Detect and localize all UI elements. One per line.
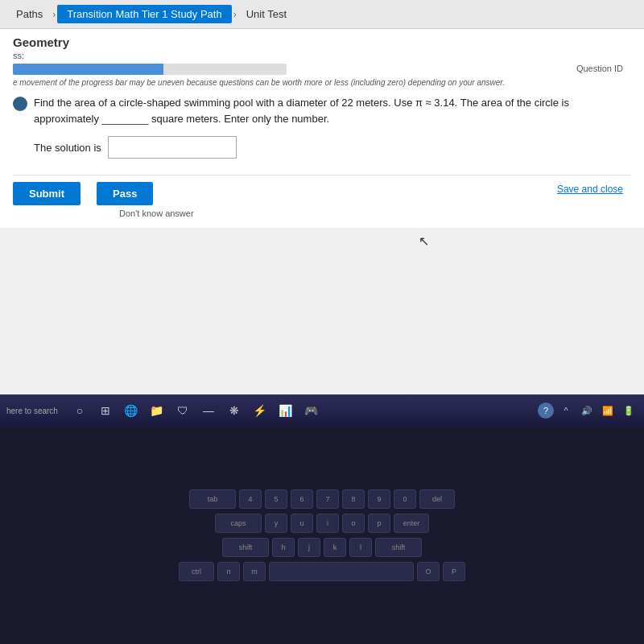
taskbar-right: ? ^ 🔊 📶 🔋 (538, 402, 638, 419)
taskbar-battery-icon[interactable]: 🔋 (620, 402, 638, 419)
taskbar-network-icon[interactable]: 📶 (599, 402, 617, 419)
submit-button[interactable]: Submit (13, 182, 80, 205)
breadcrumb-paths[interactable]: Paths (8, 5, 51, 23)
key-shift-right[interactable]: shift (375, 538, 422, 557)
solution-label: The solution is (34, 142, 101, 154)
key-7[interactable]: 7 (316, 489, 339, 509)
breadcrumb-unit-test[interactable]: Unit Test (238, 5, 295, 23)
key-l[interactable]: l (349, 538, 372, 557)
question-icon (13, 97, 27, 111)
progress-area: Question ID (13, 64, 631, 75)
key-del[interactable]: del (419, 489, 455, 509)
question-id-label: Question ID (576, 64, 623, 73)
keyboard-row-1: tab 4 5 6 7 8 9 0 del (189, 489, 455, 509)
key-tab[interactable]: tab (189, 489, 236, 509)
key-ctrl[interactable]: ctrl (179, 562, 214, 581)
taskbar: here to search ○ ⊞ 🌐 📁 🛡 — ❋ ⚡ 📊 🎮 ? ^ 🔊… (0, 394, 644, 427)
key-big-p[interactable]: P (443, 562, 465, 581)
key-space[interactable] (269, 562, 414, 581)
save-close-link[interactable]: Save and close (557, 184, 623, 195)
keyboard-row-4: ctrl n m O P (179, 562, 465, 581)
key-6[interactable]: 6 (291, 489, 313, 509)
key-enter[interactable]: enter (394, 514, 429, 533)
subject-title: Geometry (13, 35, 631, 49)
keyboard-area: tab 4 5 6 7 8 9 0 del caps y u i o p ent… (0, 427, 644, 644)
taskbar-icon-game[interactable]: 🎮 (301, 400, 322, 421)
key-shift-left[interactable]: shift (222, 538, 269, 557)
main-content: Geometry ss: Question ID e movement of t… (0, 29, 644, 228)
taskbar-icon-shield[interactable]: 🛡 (172, 400, 193, 421)
key-4[interactable]: 4 (239, 489, 262, 509)
keyboard-row-3: shift h j k l shift (222, 538, 422, 557)
key-u[interactable]: u (291, 514, 313, 533)
taskbar-icon-windows[interactable]: ⊞ (95, 400, 116, 421)
key-h[interactable]: h (272, 538, 295, 557)
buttons-area: Submit Pass Don't know answer Save and c… (13, 175, 631, 221)
key-8[interactable]: 8 (342, 489, 365, 509)
keyboard-row-2: caps y u i o p enter (215, 514, 429, 533)
breadcrumb-arrow-1: › (52, 9, 56, 20)
taskbar-help-icon[interactable]: ? (538, 402, 554, 419)
breadcrumb-arrow-2: › (233, 9, 237, 20)
taskbar-icon-browser[interactable]: 🌐 (121, 400, 142, 421)
key-caps[interactable]: caps (215, 514, 262, 533)
taskbar-icon-files[interactable]: 📁 (147, 400, 167, 421)
progress-note: e movement of the progress bar may be un… (13, 78, 631, 87)
taskbar-icon-dash[interactable]: — (198, 400, 219, 421)
key-big-o[interactable]: O (417, 562, 440, 581)
key-i[interactable]: i (316, 514, 339, 533)
solution-input[interactable] (108, 136, 237, 159)
progress-bar-fill (13, 64, 163, 75)
taskbar-volume-icon[interactable]: 🔊 (578, 402, 596, 419)
dont-know-label: Don't know answer (119, 208, 194, 218)
breadcrumb-bar: Paths › Transition Math Tier 1 Study Pat… (0, 0, 644, 29)
key-m[interactable]: m (243, 562, 266, 581)
taskbar-icon-search[interactable]: ○ (69, 400, 90, 421)
taskbar-search-label: here to search (6, 407, 58, 415)
key-y[interactable]: y (265, 514, 287, 533)
breadcrumb-study-path[interactable]: Transition Math Tier 1 Study Path (57, 5, 231, 23)
cursor: ↖ (419, 233, 429, 249)
taskbar-caret-icon[interactable]: ^ (557, 402, 575, 419)
taskbar-icon-dropbox[interactable]: ❋ (224, 400, 245, 421)
progress-bar-container (13, 64, 287, 75)
ss-label: ss: (13, 51, 631, 60)
solution-row: The solution is (34, 136, 631, 159)
key-0[interactable]: 0 (394, 489, 416, 509)
taskbar-icon-chart[interactable]: 📊 (275, 400, 296, 421)
key-k[interactable]: k (324, 538, 346, 557)
key-n[interactable]: n (217, 562, 240, 581)
laptop-screen: Paths › Transition Math Tier 1 Study Pat… (0, 0, 644, 427)
key-5[interactable]: 5 (265, 489, 287, 509)
key-p[interactable]: p (368, 514, 390, 533)
question-text: Find the area of a circle-shaped swimmin… (34, 95, 631, 126)
taskbar-icon-bolt[interactable]: ⚡ (250, 400, 270, 421)
key-o[interactable]: o (342, 514, 365, 533)
key-9[interactable]: 9 (368, 489, 390, 509)
key-j[interactable]: j (298, 538, 320, 557)
pass-button[interactable]: Pass (97, 182, 153, 205)
question-container: Find the area of a circle-shaped swimmin… (13, 95, 631, 126)
